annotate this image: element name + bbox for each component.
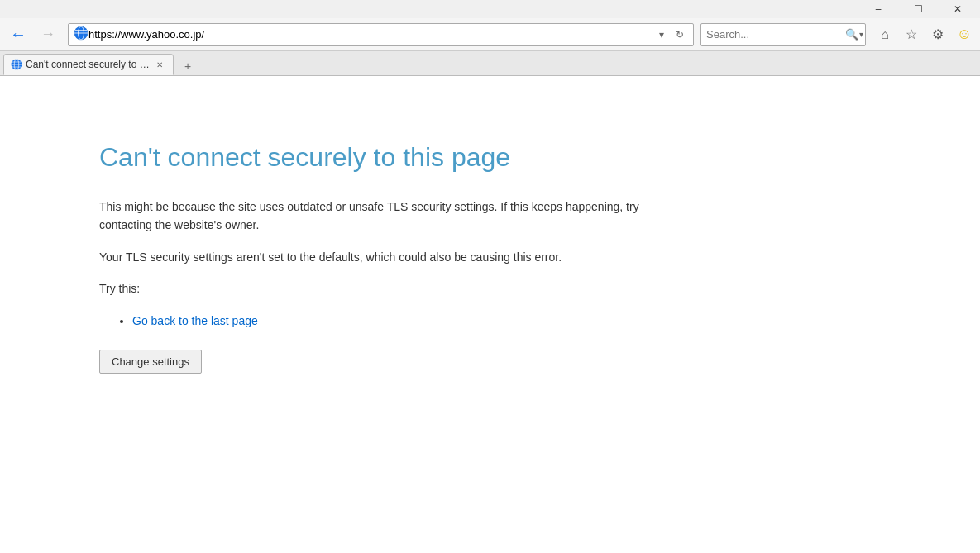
search-bar[interactable]: 🔍 ▾	[700, 23, 866, 46]
new-tab-button[interactable]: +	[177, 57, 198, 75]
page-content: Can't connect securely to this page This…	[0, 76, 980, 440]
toolbar-icons: ⌂ ☆ ⚙ ☺	[874, 24, 975, 45]
minimize-button[interactable]: –	[859, 0, 897, 18]
smiley-button[interactable]: ☺	[954, 24, 975, 45]
tab-close-button[interactable]: ✕	[153, 58, 166, 71]
title-bar: – ☐ ✕	[0, 0, 980, 18]
favorites-button[interactable]: ☆	[901, 24, 922, 45]
search-button[interactable]: 🔍 ▾	[845, 28, 863, 41]
suggestion-item-1: Go back to the last page	[132, 312, 695, 330]
close-button[interactable]: ✕	[939, 0, 977, 18]
address-dropdown-button[interactable]: ▾	[653, 26, 670, 43]
try-this-label: Try this:	[99, 279, 695, 298]
error-body-paragraph-2: Your TLS security settings aren't set to…	[99, 248, 695, 266]
tab-title: Can't connect securely to t...	[26, 59, 150, 70]
refresh-button[interactable]: ↻	[672, 26, 688, 43]
nav-bar: ← → ▾ ↻ 🔍 ▾ ⌂ ☆ ⚙ ☺	[0, 18, 980, 51]
settings-button[interactable]: ⚙	[927, 24, 949, 45]
search-dropdown-icon[interactable]: ▾	[859, 30, 863, 39]
back-button[interactable]: ←	[5, 22, 31, 47]
tab-0[interactable]: Can't connect securely to t... ✕	[3, 54, 174, 75]
maximize-button[interactable]: ☐	[899, 0, 937, 18]
error-title: Can't connect securely to this page	[99, 142, 881, 173]
search-icon: 🔍	[845, 28, 858, 41]
address-input[interactable]	[88, 28, 653, 41]
suggestion-list: Go back to the last page	[132, 312, 695, 330]
search-input[interactable]	[706, 28, 845, 41]
error-body-paragraph-1: This might be because the site uses outd…	[99, 198, 695, 235]
error-body: This might be because the site uses outd…	[99, 198, 695, 374]
address-bar[interactable]: ▾ ↻	[68, 23, 694, 46]
ie-favicon-icon	[74, 26, 88, 44]
forward-button: →	[35, 22, 61, 47]
home-button[interactable]: ⌂	[874, 24, 896, 45]
change-settings-button[interactable]: Change settings	[99, 350, 202, 374]
tab-bar: Can't connect securely to t... ✕ +	[0, 51, 980, 76]
tab-favicon-icon	[11, 59, 22, 70]
go-back-link[interactable]: Go back to the last page	[132, 314, 258, 327]
